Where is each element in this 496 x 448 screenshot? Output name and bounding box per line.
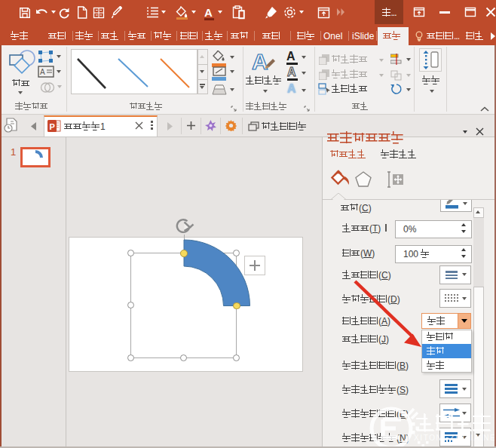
svg-text:P: P — [50, 122, 55, 131]
svg-text:A: A — [252, 49, 268, 74]
svg-text:A: A — [40, 68, 45, 76]
